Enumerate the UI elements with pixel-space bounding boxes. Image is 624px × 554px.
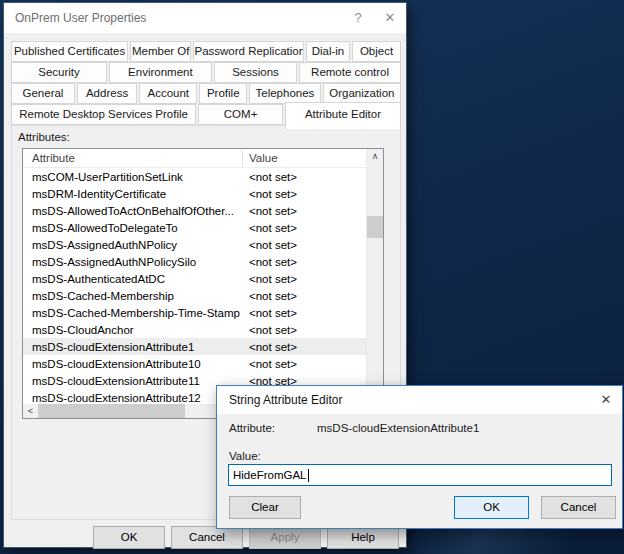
table-row[interactable]: msDRM-IdentityCertificate<not set> — [23, 185, 366, 202]
table-row-selected[interactable]: msDS-cloudExtensionAttribute1<not set> — [23, 338, 366, 355]
attributes-list: Attribute Value msCOM-UserPartitionSetLi… — [22, 148, 384, 419]
attributes-list-main: Attribute Value msCOM-UserPartitionSetLi… — [23, 149, 366, 418]
column-header-attribute[interactable]: Attribute — [23, 152, 242, 164]
table-row[interactable]: msDS-AuthenticatedAtDC<not set> — [23, 270, 366, 287]
string-editor-title-bar: String Attribute Editor ✕ — [217, 386, 622, 414]
table-row[interactable]: msDS-Cached-Membership<not set> — [23, 287, 366, 304]
scrollbar-left-icon[interactable]: < — [23, 404, 38, 418]
text-cursor — [308, 469, 309, 482]
main-dialog-title: OnPrem User Properties — [4, 11, 342, 25]
value-cell: <not set> — [243, 324, 366, 336]
value-cell: <not set> — [243, 188, 366, 200]
tab-remote-desktop-services-profile[interactable]: Remote Desktop Services Profile — [11, 104, 196, 125]
tab-strip: Published Certificates Member Of Passwor… — [11, 41, 401, 125]
tab-com-plus[interactable]: COM+ — [198, 104, 283, 125]
tab-row-2: Security Environment Sessions Remote con… — [11, 62, 401, 83]
tab-published-certificates[interactable]: Published Certificates — [11, 41, 128, 62]
tab-object[interactable]: Object — [352, 41, 401, 62]
tab-profile[interactable]: Profile — [199, 83, 247, 104]
value-cell: <not set> — [243, 171, 366, 183]
table-row[interactable]: msDS-AllowedToActOnBehalfOfOther...<not … — [23, 202, 366, 219]
tab-remote-control[interactable]: Remote control — [299, 62, 401, 83]
attribute-cell: msDS-AssignedAuthNPolicy — [23, 239, 243, 251]
tab-general[interactable]: General — [11, 83, 75, 104]
string-attribute-editor-dialog: String Attribute Editor ✕ Attribute: msD… — [216, 385, 623, 529]
help-button[interactable]: Help — [327, 526, 399, 549]
tab-environment[interactable]: Environment — [109, 62, 212, 83]
tab-account[interactable]: Account — [139, 83, 197, 104]
table-row[interactable]: msDS-AllowedToDelegateTo<not set> — [23, 219, 366, 236]
attribute-cell: msDS-cloudExtensionAttribute10 — [23, 358, 243, 370]
tab-address[interactable]: Address — [77, 83, 137, 104]
attribute-cell: msDS-CloudAnchor — [23, 324, 243, 336]
value-cell: <not set> — [243, 290, 366, 302]
tab-row-3: General Address Account Profile Telephon… — [11, 83, 401, 104]
tab-member-of[interactable]: Member Of — [130, 41, 191, 62]
string-editor-cancel-button[interactable]: Cancel — [541, 496, 616, 519]
attribute-cell: msDRM-IdentityCertificate — [23, 188, 243, 200]
vertical-scrollbar[interactable]: ∧ — [366, 149, 383, 418]
string-editor-ok-button[interactable]: OK — [454, 496, 529, 519]
help-icon[interactable]: ? — [342, 3, 374, 33]
table-row[interactable]: msDS-cloudExtensionAttribute10<not set> — [23, 355, 366, 372]
column-header-value[interactable]: Value — [243, 152, 366, 164]
value-cell: <not set> — [243, 205, 366, 217]
close-icon[interactable]: ✕ — [590, 386, 622, 414]
value-cell: <not set> — [243, 273, 366, 285]
table-row[interactable]: msDS-CloudAnchor<not set> — [23, 321, 366, 338]
value-cell: <not set> — [243, 256, 366, 268]
attribute-cell: msCOM-UserPartitionSetLink — [23, 171, 243, 183]
attribute-cell: msDS-AllowedToActOnBehalfOfOther... — [23, 205, 243, 217]
table-row[interactable]: msDS-AssignedAuthNPolicySilo<not set> — [23, 253, 366, 270]
scrollbar-up-icon[interactable]: ∧ — [367, 149, 383, 164]
value-input-text: HideFromGAL — [233, 469, 307, 481]
list-header: Attribute Value — [23, 149, 366, 168]
tab-security[interactable]: Security — [11, 62, 107, 83]
value-cell: <not set> — [243, 341, 366, 353]
horizontal-scrollbar-thumb[interactable] — [38, 404, 185, 418]
tab-telephones[interactable]: Telephones — [249, 83, 321, 104]
close-icon[interactable]: ✕ — [374, 3, 406, 33]
value-label: Value: — [229, 450, 261, 462]
attribute-cell: msDS-AssignedAuthNPolicySilo — [23, 256, 243, 268]
attribute-cell: msDS-AllowedToDelegateTo — [23, 222, 243, 234]
attributes-label: Attributes: — [18, 131, 70, 143]
tab-dial-in[interactable]: Dial-in — [306, 41, 350, 62]
value-cell: <not set> — [243, 307, 366, 319]
tab-organization[interactable]: Organization — [323, 83, 401, 104]
list-rows: msCOM-UserPartitionSetLink<not set> msDR… — [23, 168, 366, 404]
tab-sessions[interactable]: Sessions — [214, 62, 297, 83]
table-row[interactable]: msDS-Cached-Membership-Time-Stamp<not se… — [23, 304, 366, 321]
attribute-cell: msDS-cloudExtensionAttribute12 — [23, 392, 243, 404]
attribute-cell: msDS-Cached-Membership — [23, 290, 243, 302]
tab-row-1: Published Certificates Member Of Passwor… — [11, 41, 401, 62]
tab-password-replication[interactable]: Password Replication — [193, 41, 303, 62]
cancel-button[interactable]: Cancel — [171, 526, 243, 549]
value-cell: <not set> — [243, 239, 366, 251]
apply-button: Apply — [249, 526, 321, 549]
attribute-cell: msDS-cloudExtensionAttribute1 — [23, 341, 243, 353]
attribute-name-value: msDS-cloudExtensionAttribute1 — [317, 422, 479, 434]
attribute-cell: msDS-cloudExtensionAttribute11 — [23, 375, 243, 387]
clear-button[interactable]: Clear — [229, 496, 301, 519]
vertical-scrollbar-thumb[interactable] — [367, 216, 383, 238]
value-input[interactable]: HideFromGAL — [228, 464, 612, 486]
main-title-bar: OnPrem User Properties ? ✕ — [4, 3, 406, 33]
table-row[interactable]: msCOM-UserPartitionSetLink<not set> — [23, 168, 366, 185]
table-row[interactable]: msDS-AssignedAuthNPolicy<not set> — [23, 236, 366, 253]
tab-row-4: Remote Desktop Services Profile COM+ Att… — [11, 104, 401, 125]
attribute-cell: msDS-Cached-Membership-Time-Stamp — [23, 307, 243, 319]
value-cell: <not set> — [243, 222, 366, 234]
value-cell: <not set> — [243, 358, 366, 370]
tab-attribute-editor[interactable]: Attribute Editor — [285, 102, 401, 129]
string-editor-title: String Attribute Editor — [217, 393, 590, 407]
attribute-cell: msDS-AuthenticatedAtDC — [23, 273, 243, 285]
attribute-label: Attribute: — [229, 422, 275, 434]
ok-button[interactable]: OK — [93, 526, 165, 549]
